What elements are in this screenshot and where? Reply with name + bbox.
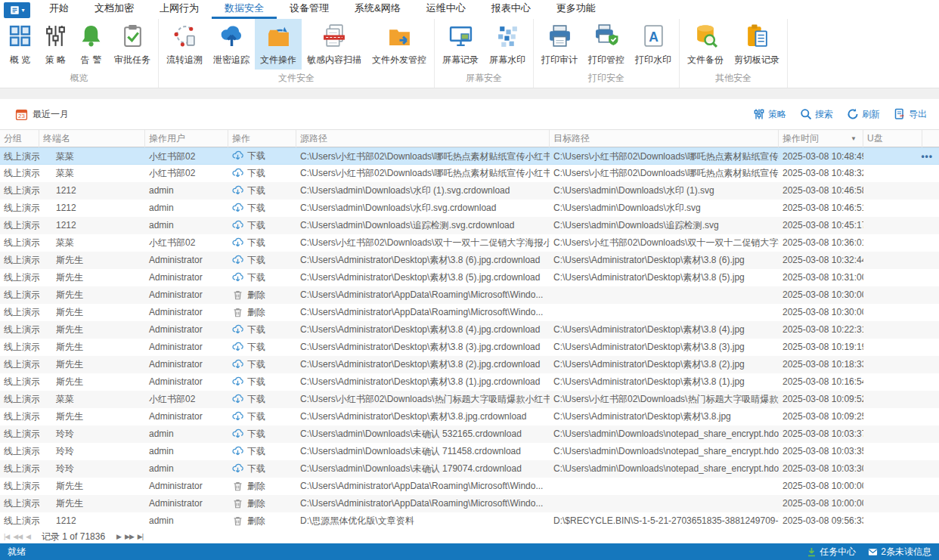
column-header-filler (922, 130, 939, 147)
menu-tab-7[interactable]: 运维中心 (414, 0, 479, 19)
table-row[interactable]: 线上演示1212admin删除D:\思源黑体优化版\文章资料D:\$RECYCL… (0, 512, 939, 530)
ribbon-item-print-watermark[interactable]: A打印水印 (630, 19, 677, 70)
menu-tab-1[interactable]: 开始 (36, 0, 82, 19)
refresh-icon (847, 108, 859, 120)
table-row[interactable]: 线上演示玲玲admin下载C:\Users\admin\Downloads\未确… (0, 443, 939, 460)
ribbon-item-screen-watermark[interactable]: 屏幕水印 (484, 19, 531, 70)
pager-first-button[interactable]: |◀ (4, 533, 9, 540)
ribbon-item-screen-record[interactable]: 屏幕记录 (437, 19, 484, 70)
menu-tab-3[interactable]: 上网行为 (147, 0, 212, 19)
table-row[interactable]: 线上演示1212admin下载C:\Users\admin\Downloads\… (0, 182, 939, 200)
column-header-src[interactable]: 源路径 (296, 130, 550, 147)
ribbon-group: 概 览策 略告 警审批任务概览 (0, 19, 159, 88)
table-row[interactable]: 线上演示菜菜小红书部02下载C:\Users\小红书部02\Downloads\… (0, 234, 939, 252)
table-row[interactable]: 线上演示斯先生Administrator下载C:\Users\Administr… (0, 408, 939, 425)
table-row[interactable]: 线上演示菜菜小红书部02下载C:\Users\小红书部02\Downloads\… (0, 165, 939, 182)
export-button[interactable]: 导出 (894, 108, 927, 121)
cell-time: 2025-03-08 10:31:00 (779, 269, 863, 286)
menu-tab-4[interactable]: 数据安全 (212, 0, 277, 19)
pager-prev-button[interactable]: ◀ (26, 533, 30, 540)
ribbon-item-trace-flow[interactable]: 流转追溯 (161, 19, 208, 70)
pager-last-button[interactable]: ▶| (138, 533, 143, 540)
cell-src: C:\Users\Administrator\AppData\Roaming\M… (296, 478, 550, 495)
cell-op: 删除 (228, 495, 296, 512)
column-header-op[interactable]: 操作 (228, 130, 296, 147)
ribbon-item-alert-bell[interactable]: 告 警 (73, 19, 109, 70)
cell-op: 下载 (228, 408, 296, 425)
column-header-time[interactable]: 操作时间▼ (779, 130, 863, 147)
table-row[interactable]: 线上演示斯先生Administrator下载C:\Users\Administr… (0, 373, 939, 391)
row-actions-menu[interactable]: ••• (921, 148, 933, 166)
cell-dst: C:\Users\Administrator\Desktop\素材\3.8 (4… (550, 321, 779, 339)
table-row[interactable]: 线上演示斯先生Administrator删除C:\Users\Administr… (0, 286, 939, 304)
table-row[interactable]: 线上演示玲玲admin下载C:\Users\admin\Downloads\未确… (0, 425, 939, 443)
cell-time: 2025-03-08 10:36:01 (779, 234, 863, 252)
ribbon-item-label: 屏幕记录 (442, 54, 479, 67)
ribbon-item-approval-clipboard[interactable]: 审批任务 (109, 19, 156, 70)
ribbon-item-file-backup[interactable]: 文件备份 (682, 19, 729, 70)
column-header-dst[interactable]: 目标路径 (550, 130, 779, 147)
pager-next-button[interactable]: ▶ (116, 533, 121, 540)
pager-prev-page-button[interactable]: ◀◀ (13, 533, 22, 540)
table-row[interactable]: 线上演示斯先生Administrator删除C:\Users\Administr… (0, 495, 939, 512)
ribbon-item-file-operation-folder[interactable]: 文件操作 (255, 19, 302, 70)
table-row[interactable]: 线上演示斯先生Administrator下载C:\Users\Administr… (0, 269, 939, 286)
cell-terminal: 斯先生 (39, 304, 145, 321)
cell-src: C:\Users\admin\Downloads\追踪检测.svg.crdown… (296, 217, 550, 234)
table-row[interactable]: 线上演示玲玲admin下载C:\Users\admin\Downloads\未确… (0, 460, 939, 478)
action-label: 搜索 (815, 108, 833, 121)
menu-tab-8[interactable]: 报表中心 (479, 0, 544, 19)
ribbon-item-overview-grid[interactable]: 概 览 (2, 19, 38, 70)
trash-icon (232, 498, 243, 509)
operation-label: 下载 (247, 321, 265, 339)
menu-tab-6[interactable]: 系统&网络 (342, 0, 414, 19)
cell-op: 下载 (228, 165, 296, 182)
menu-tab-9[interactable]: 更多功能 (544, 0, 609, 19)
table-row[interactable]: 线上演示菜菜小红书部02下载C:\Users\小红书部02\Downloads\… (0, 391, 939, 408)
column-header-label: 操作 (232, 130, 250, 147)
action-label: 导出 (909, 108, 927, 121)
policy-button[interactable]: 策略 (753, 108, 786, 121)
cell-time: 2025-03-08 09:56:33 (779, 512, 863, 530)
table-row[interactable]: 线上演示1212admin下载C:\Users\admin\Downloads\… (0, 217, 939, 234)
cloud-download-icon (232, 463, 243, 475)
ribbon-item-clipboard-record[interactable]: 剪切板记录 (729, 19, 785, 70)
search-button[interactable]: 搜索 (800, 108, 833, 121)
table-row[interactable]: 线上演示菜菜小红书部02下载C:\Users\小红书部02\Downloads\… (0, 147, 939, 165)
operation-label: 删除 (247, 478, 265, 495)
table-row[interactable]: 线上演示斯先生Administrator下载C:\Users\Administr… (0, 339, 939, 356)
table-row[interactable]: 线上演示斯先生Administrator下载C:\Users\Administr… (0, 356, 939, 373)
table-row[interactable]: 线上演示斯先生Administrator删除C:\Users\Administr… (0, 304, 939, 321)
cloud-download-icon (232, 411, 243, 422)
table-row[interactable]: 线上演示1212admin下载C:\Users\admin\Downloads\… (0, 200, 939, 217)
column-header-user[interactable]: 操作用户 (145, 130, 228, 147)
ribbon-group: 打印审计打印管控A打印水印打印安全 (534, 19, 680, 88)
ribbon-item-file-outgoing[interactable]: 文件外发管控 (367, 19, 432, 70)
menu-tab-5[interactable]: 设备管理 (277, 0, 342, 19)
cell-dst: C:\Users\Administrator\Desktop\素材\3.8 (5… (550, 269, 779, 286)
app-menu-button[interactable]: ▾ (4, 2, 30, 18)
menu-tab-2[interactable]: 文档加密 (82, 0, 147, 19)
date-range-filter[interactable]: 23 最近一月 (15, 108, 69, 121)
ribbon-item-leak-track-cloud[interactable]: 泄密追踪 (208, 19, 255, 70)
ribbon-item-sensitive-scan[interactable]: 敏感内容扫描 (302, 19, 367, 70)
pager-next-page-button[interactable]: ▶▶ (125, 533, 134, 540)
task-center-button[interactable]: 任务中心 (807, 546, 856, 558)
ribbon-item-policy-sliders[interactable]: 策 略 (38, 19, 73, 70)
unread-messages-button[interactable]: 2条未读信息 (868, 546, 931, 558)
table-row[interactable]: 线上演示斯先生Administrator下载C:\Users\Administr… (0, 252, 939, 269)
cell-terminal: 斯先生 (39, 269, 145, 286)
ribbon-group-label: 屏幕安全 (437, 70, 531, 88)
cell-terminal: 菜菜 (39, 234, 145, 252)
refresh-button[interactable]: 刷新 (847, 108, 880, 121)
table-row[interactable]: 线上演示斯先生Administrator下载C:\Users\Administr… (0, 321, 939, 339)
cell-src: C:\Users\Administrator\Desktop\素材\3.8 (4… (296, 321, 550, 339)
ribbon-item-print-audit[interactable]: 打印审计 (536, 19, 583, 70)
filter-dropdown-icon[interactable]: ▼ (851, 130, 859, 147)
column-header-usb[interactable]: U盘 (863, 130, 922, 147)
column-header-terminal[interactable]: 终端名 (39, 130, 145, 147)
column-header-group[interactable]: 分组 (0, 130, 39, 147)
cell-usb (863, 443, 922, 460)
ribbon-item-print-control[interactable]: 打印管控 (583, 19, 630, 70)
table-row[interactable]: 线上演示斯先生Administrator删除C:\Users\Administr… (0, 478, 939, 495)
